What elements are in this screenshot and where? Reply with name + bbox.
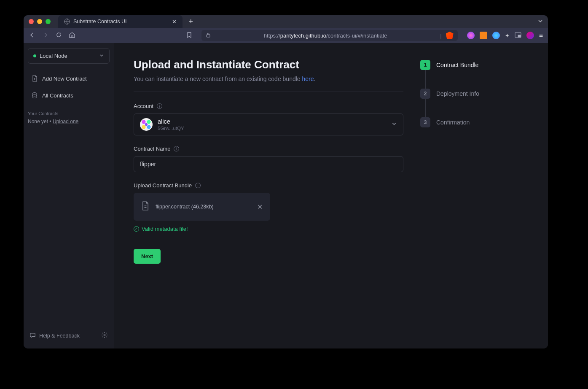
step-connector	[425, 99, 426, 117]
remove-file-button[interactable]: ✕	[257, 203, 263, 211]
your-contracts-heading: Your Contracts	[28, 111, 110, 116]
node-label: Local Node	[40, 53, 67, 59]
contract-name-label: Contract Name i	[134, 146, 403, 152]
browser-window: Substrate Contracts UI ✕ + https://parit…	[24, 15, 548, 348]
uploaded-file-box: flipper.contract (46.23kb) ✕	[134, 193, 270, 221]
extensions-icon[interactable]: ✦	[505, 32, 510, 39]
svg-point-3	[32, 93, 37, 95]
svg-rect-2	[518, 35, 521, 37]
account-address: 5Grw...utQY	[158, 126, 386, 131]
file-name: flipper.contract (46.23kb)	[156, 204, 251, 210]
upload-bundle-label: Upload Contract Bundle i	[134, 182, 403, 189]
sidebar-item-add-new-contract[interactable]: Add New Contract	[28, 71, 110, 86]
here-link[interactable]: here	[302, 76, 314, 82]
valid-metadata-message: ✓ Valid metadata file!	[134, 226, 403, 232]
node-selector[interactable]: Local Node	[28, 48, 110, 64]
contract-name-input[interactable]	[134, 156, 403, 172]
forward-icon[interactable]	[42, 32, 49, 40]
extension-icon[interactable]	[467, 32, 475, 39]
next-button[interactable]: Next	[134, 249, 161, 264]
divider	[134, 92, 403, 92]
tabs-menu-icon[interactable]	[538, 18, 543, 25]
metamask-icon[interactable]	[480, 32, 487, 39]
step-2: 2 Deployment Info	[420, 89, 505, 99]
check-circle-icon: ✓	[134, 226, 139, 232]
pip-icon[interactable]	[515, 32, 521, 39]
sidebar-item-label: Add New Contract	[42, 76, 87, 82]
info-icon[interactable]: i	[157, 103, 162, 109]
info-icon[interactable]: i	[195, 183, 201, 188]
globe-icon	[64, 19, 70, 24]
settings-icon[interactable]	[101, 332, 108, 340]
account-name: alice	[158, 118, 386, 125]
browser-tab[interactable]: Substrate Contracts UI ✕	[58, 15, 183, 28]
url-text: https://paritytech.github.io/contracts-u…	[215, 32, 436, 39]
steps-sidebar: 1 Contract Bundle 2 Deployment Info 3 Co…	[420, 58, 505, 333]
lock-icon	[206, 32, 211, 39]
close-window-button[interactable]	[29, 19, 34, 24]
help-feedback-link[interactable]: Help & Feedback	[30, 332, 80, 340]
file-add-icon	[31, 75, 38, 82]
step-number: 3	[420, 117, 430, 127]
info-icon[interactable]: i	[174, 146, 179, 151]
account-label: Account i	[134, 103, 403, 109]
account-selector[interactable]: alice 5Grw...utQY	[134, 113, 403, 135]
sidebar-item-all-contracts[interactable]: All Contracts	[28, 88, 110, 103]
close-tab-icon[interactable]: ✕	[172, 19, 177, 25]
menu-icon[interactable]: ≡	[539, 32, 543, 39]
address-bar[interactable]: https://paritytech.github.io/contracts-u…	[201, 30, 458, 41]
extension-icon[interactable]	[492, 32, 500, 39]
minimize-window-button[interactable]	[37, 19, 42, 24]
home-icon[interactable]	[69, 32, 75, 40]
step-1: 1 Contract Bundle	[420, 60, 505, 70]
tab-title: Substrate Contracts UI	[73, 19, 126, 24]
sidebar-item-label: All Contracts	[42, 92, 73, 99]
chevron-down-icon	[99, 53, 104, 59]
bookmark-icon[interactable]	[186, 32, 192, 39]
chat-icon	[30, 332, 36, 340]
reload-icon[interactable]	[56, 32, 62, 39]
identicon-icon	[140, 118, 153, 131]
upload-one-link[interactable]: Upload one	[53, 119, 78, 124]
step-label: Confirmation	[436, 119, 470, 126]
your-contracts-empty: None yet • Upload one	[28, 119, 110, 124]
polkadot-extension-icon[interactable]	[526, 32, 534, 39]
main-content: Upload and Instantiate Contract You can …	[114, 43, 548, 348]
titlebar: Substrate Contracts UI ✕ +	[24, 15, 548, 28]
svg-point-4	[104, 334, 105, 336]
brave-shield-icon[interactable]	[446, 32, 454, 39]
step-number: 1	[420, 60, 430, 70]
database-icon	[31, 92, 38, 99]
svg-rect-0	[207, 35, 210, 37]
step-label: Contract Bundle	[436, 62, 478, 68]
status-dot-icon	[33, 54, 36, 57]
url-bar: https://paritytech.github.io/contracts-u…	[24, 28, 548, 43]
sidebar: Local Node Add New Contract Al	[24, 43, 114, 348]
file-icon	[141, 201, 150, 212]
window-controls	[29, 19, 51, 24]
step-label: Deployment Info	[436, 90, 479, 97]
maximize-window-button[interactable]	[46, 19, 51, 24]
step-number: 2	[420, 89, 430, 99]
chevron-down-icon	[391, 121, 397, 128]
back-icon[interactable]	[29, 32, 35, 40]
page-title: Upload and Instantiate Contract	[134, 58, 403, 71]
step-3: 3 Confirmation	[420, 117, 505, 127]
new-tab-button[interactable]: +	[188, 17, 193, 26]
step-connector	[425, 70, 426, 89]
page-subtitle: You can instantiate a new contract from …	[134, 76, 403, 82]
